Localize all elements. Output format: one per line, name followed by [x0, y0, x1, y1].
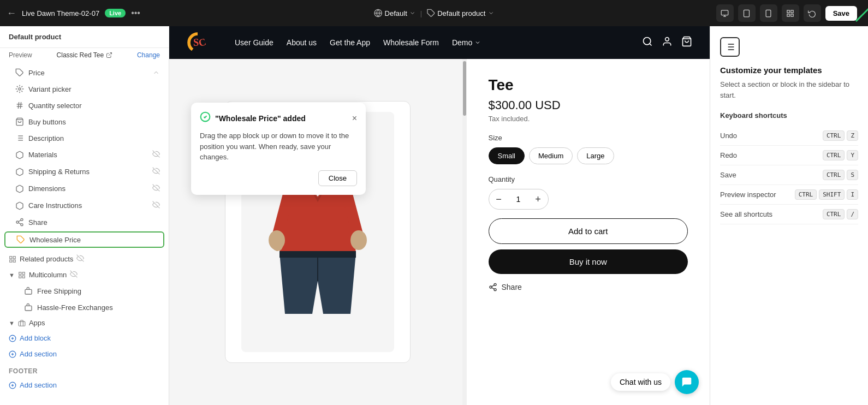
sidebar-multicolumn[interactable]: ▼ Multicolumn — [0, 267, 169, 283]
quantity-decrease[interactable]: − — [489, 189, 509, 209]
cart-icon[interactable] — [681, 36, 692, 50]
free-shipping-label: Free Shipping — [37, 287, 81, 295]
buy-now-button[interactable]: Buy it now — [489, 249, 688, 274]
default-dropdown[interactable]: Default — [374, 9, 416, 17]
svg-rect-11 — [787, 14, 789, 16]
back-button[interactable]: ← — [7, 8, 16, 19]
svg-text:C: C — [198, 36, 207, 49]
preview-row: Preview Classic Red Tee Change — [0, 48, 169, 62]
svg-point-32 — [16, 221, 19, 223]
toast-check-icon — [200, 111, 211, 125]
shortcut-undo: Undo CTRL Z — [720, 126, 858, 146]
sidebar-related-products[interactable]: Related products — [0, 251, 169, 267]
nav-demo[interactable]: Demo — [452, 38, 481, 47]
store-nav: S C User Guide About us Get the App Whol… — [169, 26, 710, 59]
quantity-selector: − 1 + — [489, 189, 549, 210]
preview-value: Classic Red Tee — [57, 51, 112, 59]
sidebar-item-variant-picker[interactable]: Variant picker — [0, 81, 169, 97]
mobile-view-button[interactable] — [760, 4, 777, 22]
sidebar-header: Default product — [0, 26, 169, 48]
svg-rect-44 — [19, 276, 21, 278]
nav-wholesale[interactable]: Wholesale Form — [383, 38, 439, 47]
add-block-link[interactable]: Add block — [0, 330, 169, 346]
size-medium[interactable]: Medium — [529, 147, 573, 164]
svg-point-71 — [350, 230, 367, 250]
materials-eye-off — [152, 150, 160, 159]
grid-view-button[interactable] — [782, 4, 799, 22]
store-logo: S C — [187, 32, 209, 53]
size-options: Small Medium Large — [489, 147, 688, 164]
size-large[interactable]: Large — [577, 147, 614, 164]
svg-rect-12 — [791, 14, 793, 16]
add-section-link[interactable]: Add section — [0, 346, 169, 362]
account-icon[interactable] — [662, 36, 673, 50]
dimensions-label: Dimensions — [28, 184, 66, 193]
toast-header: "Wholesale Price" added × — [200, 111, 357, 125]
quantity-increase[interactable]: + — [528, 189, 548, 209]
sidebar-item-wholesale-price[interactable]: Wholesale Price — [4, 231, 164, 248]
sidebar-item-description[interactable]: Description — [0, 130, 169, 146]
toast-body: Drag the app block up or down to move it… — [200, 130, 357, 163]
svg-rect-2 — [721, 10, 728, 15]
chat-button[interactable] — [675, 370, 699, 394]
toast-close-button[interactable]: Close — [318, 170, 357, 186]
logo-svg: S C — [187, 32, 209, 53]
tablet-view-button[interactable] — [738, 4, 756, 22]
size-small[interactable]: Small — [489, 147, 525, 164]
footer-section-label: Footer — [0, 362, 169, 377]
svg-rect-42 — [19, 272, 21, 274]
shortcuts-title: Keyboard shortcuts — [720, 111, 858, 120]
sidebar-item-shipping[interactable]: Shipping & Returns — [0, 163, 169, 180]
product-info-column: Tee $300.00 USD Tax included. Size Small… — [467, 59, 710, 405]
desktop-view-button[interactable] — [716, 4, 734, 22]
store-nav-links: User Guide About us Get the App Wholesal… — [235, 38, 481, 47]
nav-about-us[interactable]: About us — [287, 38, 317, 47]
multicolumn-label: Multicolumn — [29, 271, 67, 279]
svg-rect-45 — [22, 276, 25, 278]
default-product-dropdown[interactable]: Default product — [426, 9, 494, 17]
sidebar-item-care[interactable]: Care Instructions — [0, 197, 169, 214]
nav-get-app[interactable]: Get the App — [330, 38, 370, 47]
sidebar-item-buy-buttons[interactable]: Buy buttons — [0, 114, 169, 130]
sidebar-item-materials[interactable]: Materials — [0, 146, 169, 163]
svg-line-35 — [19, 220, 21, 222]
toast-close-x[interactable]: × — [352, 114, 357, 123]
sidebar-item-dimensions[interactable]: Dimensions — [0, 180, 169, 197]
sidebar-item-hassle-free[interactable]: Hassle-Free Exchanges — [0, 299, 169, 315]
key-ctrl-redo: CTRL — [823, 150, 845, 160]
undo-button[interactable] — [804, 4, 821, 22]
search-icon[interactable] — [642, 36, 653, 50]
preview-scrollbar-thumb[interactable] — [463, 61, 466, 116]
share-button[interactable]: Share — [489, 283, 688, 291]
change-link[interactable]: Change — [137, 51, 160, 59]
key-z: Z — [847, 130, 858, 141]
multicolumn-eye-off — [70, 270, 78, 279]
top-bar: ← Live Dawn Theme-02-07 Live ••• Default… — [0, 0, 868, 26]
nav-user-guide[interactable]: User Guide — [235, 38, 274, 47]
key-ctrl-all: CTRL — [823, 209, 845, 219]
share-label: Share — [28, 218, 47, 227]
add-to-cart-button[interactable]: Add to cart — [489, 218, 688, 244]
preview-scrollbar-track[interactable] — [462, 59, 467, 405]
more-button[interactable]: ••• — [131, 8, 140, 18]
sidebar-item-price[interactable]: Price — [0, 64, 169, 81]
collapse-icon — [152, 69, 160, 76]
svg-point-15 — [19, 88, 21, 90]
sidebar-item-share[interactable]: Share — [0, 214, 169, 230]
shortcut-redo-keys: CTRL Y — [823, 150, 858, 160]
preview-frame: S C User Guide About us Get the App Whol… — [169, 26, 710, 405]
svg-line-18 — [18, 102, 19, 109]
svg-rect-37 — [10, 256, 12, 258]
shipping-label: Shipping & Returns — [28, 168, 90, 176]
chat-label: Chat with us — [611, 373, 670, 391]
sidebar-item-free-shipping[interactable]: Free Shipping — [0, 283, 169, 299]
price-label: Price — [28, 69, 45, 77]
svg-point-31 — [21, 218, 23, 221]
preview-area: S C User Guide About us Get the App Whol… — [169, 26, 710, 405]
sidebar-apps[interactable]: ▼ Apps — [0, 315, 169, 330]
footer-add-section[interactable]: Add section — [0, 377, 169, 393]
chat-widget: Chat with us — [611, 370, 699, 394]
tax-note: Tax included. — [489, 115, 688, 123]
sidebar-item-quantity[interactable]: Quantity selector — [0, 97, 169, 114]
save-button[interactable]: Save — [825, 6, 857, 21]
